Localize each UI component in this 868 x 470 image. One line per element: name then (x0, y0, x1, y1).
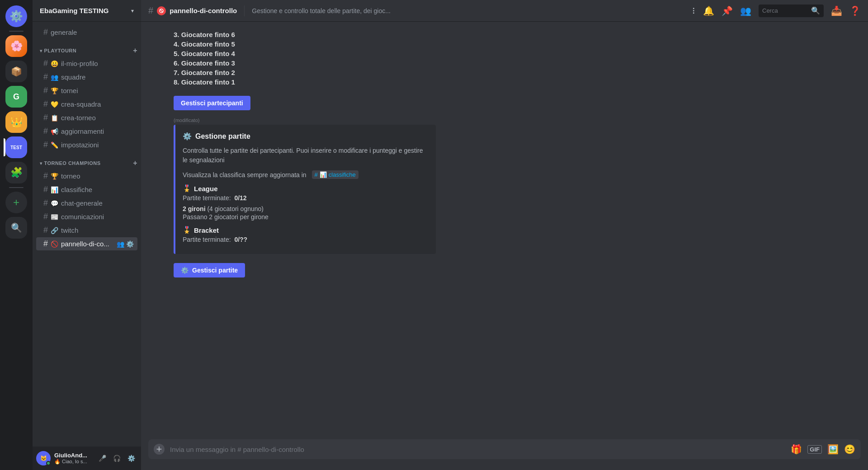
search-box[interactable]: Cerca 🔍 (759, 5, 824, 17)
channel-item-comunicazioni[interactable]: # 📰 comunicazioni (36, 210, 137, 223)
embed-classifica-row: Visualizza la classifica sempre aggiorna… (183, 170, 429, 179)
message-input-box: + 🎁 GIF 🖼️ 😊 (148, 439, 861, 459)
category-add-playtourn[interactable]: + (133, 47, 137, 55)
server-sidebar: ⚙️ 🌸 📦 G 👑 TEST 🧩 + 🔍 (0, 0, 33, 470)
channel-name-crea-torneo: crea-torneo (61, 114, 134, 122)
channel-item-twitch[interactable]: # 🔗 twitch (36, 224, 137, 237)
channel-item-squadre[interactable]: # 👥 squadre (36, 70, 137, 84)
server-icon-crown[interactable]: 👑 (5, 111, 27, 133)
passano-label: Passano 2 giocatori per girone (183, 213, 429, 221)
bracket-section-title: 🎖️ Bracket (183, 226, 429, 234)
channel-hash-icon: # (43, 86, 48, 95)
channel-item-classifiche[interactable]: # 📊 classifiche (36, 183, 137, 196)
channel-name-comunicazioni: comunicazioni (61, 213, 134, 221)
channel-icons: 👥 ⚙️ (117, 240, 134, 248)
channel-name-tornei: tornei (61, 87, 134, 94)
channel-hash-icon: # (43, 59, 48, 68)
category-arrow-playtourn: ▾ (40, 48, 42, 53)
embed-description: Controlla tutte le partite dei partecipa… (183, 146, 429, 165)
gif-icon[interactable]: GIF (807, 445, 822, 454)
server-icon-puzzle[interactable]: 🧩 (5, 162, 27, 183)
channel-name-crea-squadra: crea-squadra (61, 100, 134, 108)
deafen-button[interactable]: 🎧 (110, 452, 123, 465)
channel-hash-icon: # (43, 72, 48, 82)
message-input[interactable] (170, 446, 785, 453)
server-icon-1[interactable]: 🌸 (5, 35, 27, 57)
gestisci-partite-button[interactable]: ⚙️ Gestisci partite (174, 263, 245, 277)
list-item: 8. Giocatore finto 1 (174, 77, 868, 87)
channel-name-chat-generale: chat-generale (61, 199, 134, 207)
user-settings-button[interactable]: ⚙️ (125, 452, 137, 465)
link-label: classifiche (329, 171, 356, 178)
mute-button[interactable]: 🎤 (96, 452, 108, 465)
channel-name-twitch: twitch (61, 226, 134, 234)
embed-title-text: Gestione partite (195, 132, 250, 141)
server-icon-g[interactable]: G (5, 86, 27, 108)
channel-header-description: Gestione e controllo totale delle partit… (252, 7, 688, 14)
channel-header: # pannello-di-controllo Gestione e contr… (141, 0, 868, 22)
list-item: 3. Giocatore finto 6 (174, 30, 868, 39)
gironi-bold-text: 2 gironi (183, 205, 206, 212)
pin-icon[interactable]: 📌 (722, 5, 733, 16)
channel-hash-icon: # (43, 28, 48, 37)
league-partite-value: 0/12 (234, 194, 246, 202)
category-torneo-champions[interactable]: ▾ TORNEO CHAMPIONS + (33, 152, 141, 169)
server-icon-2[interactable]: 📦 (5, 61, 27, 82)
main-content: # pannello-di-controllo Gestione e contr… (141, 0, 868, 470)
category-playtourn[interactable]: ▾ PLAYTOURN + (33, 39, 141, 56)
add-attachment-button[interactable]: + (154, 444, 165, 455)
channel-item-crea-squadra[interactable]: # 💛 crea-squadra (36, 98, 137, 111)
channel-item-chat-generale[interactable]: # 💬 chat-generale (36, 197, 137, 210)
search-placeholder: Cerca (762, 7, 778, 14)
list-item: 5. Giocatore finto 4 (174, 49, 868, 58)
channel-hash-icon: # (43, 185, 48, 194)
server-header[interactable]: EbaGaming TESTING ▾ (33, 0, 141, 22)
gironi-row: 2 gironi (4 giocatori ognuno) (183, 205, 429, 212)
numbered-list-container: 3. Giocatore finto 6 4. Giocatore finto … (141, 29, 868, 90)
gestisci-partecipanti-button[interactable]: Gestisci partecipanti (174, 96, 250, 110)
notification-icon[interactable]: 🔔 (703, 5, 714, 16)
channel-header-divider (244, 5, 245, 16)
thread-icon[interactable]: ⫶ (691, 5, 696, 16)
channel-item-generale[interactable]: # generale (36, 26, 137, 39)
channel-header-name: pannello-di-controllo (170, 7, 237, 14)
channel-item-tornei[interactable]: # 🏆 tornei (36, 84, 137, 97)
help-icon[interactable]: ❓ (849, 5, 861, 16)
channel-hash-icon: # (43, 226, 48, 235)
category-add-torneo[interactable]: + (133, 159, 137, 167)
server-icon-test[interactable]: TEST (5, 136, 27, 158)
gift-icon[interactable]: 🎁 (791, 444, 802, 455)
inbox-icon[interactable]: 📥 (831, 5, 842, 16)
channels-list: # generale ▾ PLAYTOURN + # 😀 il-mio-prof… (33, 22, 141, 446)
channel-item-crea-torneo[interactable]: # 📋 crea-torneo (36, 111, 137, 124)
channel-header-hash: # (148, 5, 153, 16)
manage-channel-icon[interactable]: 👥 (117, 240, 124, 248)
sticker-icon[interactable]: 🖼️ (827, 444, 839, 455)
channel-hash-icon: # (43, 140, 48, 150)
channel-item-impostazioni[interactable]: # ✏️ impostazioni (36, 138, 137, 151)
channel-sidebar: EbaGaming TESTING ▾ # generale ▾ PLAYTOU… (33, 0, 141, 470)
channel-item-il-mio-profilo[interactable]: # 😀 il-mio-profilo (36, 57, 137, 70)
channel-item-aggiornamenti[interactable]: # 📢 aggiornamenti (36, 125, 137, 138)
channel-hash-icon: # (43, 113, 48, 122)
settings-channel-icon[interactable]: ⚙️ (126, 240, 134, 248)
bracket-icon: 🎖️ (183, 226, 191, 234)
channel-name-classifiche: classifiche (61, 186, 134, 193)
bracket-partite-label: Partite terminate: (183, 236, 231, 243)
league-title-text: League (194, 185, 218, 193)
members-icon[interactable]: 👥 (740, 5, 751, 16)
channel-hash-icon: # (43, 127, 48, 136)
channel-item-pannello[interactable]: # 🚫 pannello-di-co... 👥 ⚙️ (36, 237, 137, 250)
add-server-button[interactable]: + (5, 192, 27, 213)
gestisci-partecipanti-container: Gestisci partecipanti (141, 90, 868, 118)
channel-item-torneo[interactable]: # 🏆 torneo (36, 169, 137, 183)
classifiche-link[interactable]: # 📊 classifiche (312, 170, 359, 179)
input-actions: 🎁 GIF 🖼️ 😊 (791, 444, 855, 455)
emoji-icon[interactable]: 😊 (844, 444, 855, 455)
user-avatar[interactable]: 🐱 (36, 451, 51, 465)
explore-servers-button[interactable]: 🔍 (5, 217, 27, 239)
partite-label: Partite terminate: (183, 194, 231, 202)
discord-home-icon[interactable]: ⚙️ (5, 5, 27, 27)
search-icon: 🔍 (811, 6, 820, 15)
channel-header-ban-icon (157, 6, 166, 15)
